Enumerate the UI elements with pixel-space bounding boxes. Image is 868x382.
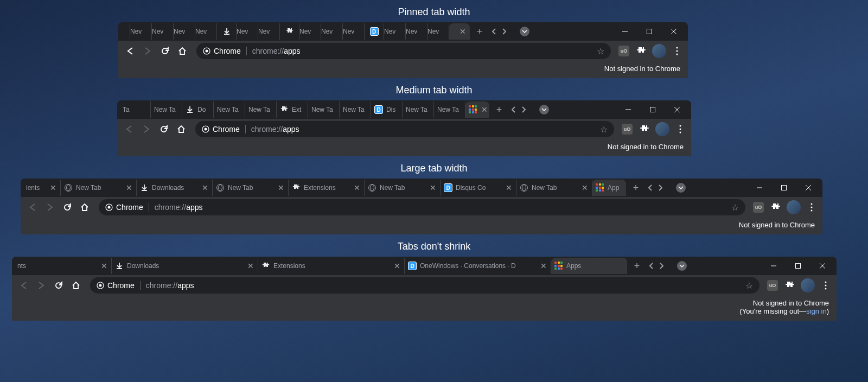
tab[interactable]: New Ta	[434, 101, 465, 118]
site-identity[interactable]: Chrome	[203, 47, 247, 55]
tab[interactable]: New Tab✕	[516, 180, 592, 196]
profile-avatar[interactable]	[787, 200, 801, 214]
tab[interactable]: Nev	[343, 23, 365, 40]
close-tab-icon[interactable]: ✕	[459, 28, 467, 35]
close-tab-icon[interactable]: ✕	[277, 184, 285, 192]
sign-in-link[interactable]: sign in	[806, 307, 827, 315]
close-tab-icon[interactable]: ✕	[481, 106, 488, 113]
bookmark-star-icon[interactable]: ☆	[745, 281, 753, 291]
close-tab-icon[interactable]: ✕	[201, 184, 209, 192]
tab[interactable]: New Ta	[214, 101, 245, 118]
back-button[interactable]	[25, 200, 40, 215]
tab[interactable]: Nev	[299, 23, 321, 40]
menu-button[interactable]	[805, 201, 818, 214]
tab[interactable]: New Ta	[151, 101, 182, 118]
back-button[interactable]	[122, 122, 137, 137]
tab-active[interactable]: Apps	[551, 258, 627, 274]
tab-list-button[interactable]	[520, 27, 529, 36]
back-button[interactable]	[123, 43, 138, 59]
bookmark-star-icon[interactable]: ☆	[597, 46, 604, 56]
new-tab-button[interactable]: +	[472, 24, 487, 39]
bookmark-star-icon[interactable]: ☆	[731, 202, 739, 213]
maximize-button[interactable]	[640, 101, 665, 118]
close-tab-icon[interactable]: ✕	[247, 262, 254, 270]
new-tab-button[interactable]: +	[629, 258, 644, 273]
tab[interactable]: New Ta	[308, 101, 340, 118]
scroll-right-button[interactable]	[655, 180, 665, 195]
close-tab-icon[interactable]: ✕	[49, 184, 57, 192]
address-bar[interactable]: Chrome chrome://apps ☆	[90, 277, 760, 294]
scroll-right-button[interactable]	[519, 102, 528, 117]
bookmark-star-icon[interactable]: ☆	[600, 124, 608, 135]
scroll-left-button[interactable]	[509, 102, 519, 117]
tab[interactable]: nts✕	[14, 258, 112, 274]
tab[interactable]: Nev	[384, 23, 406, 40]
tab[interactable]	[217, 23, 237, 40]
maximize-button[interactable]	[786, 257, 810, 275]
tab[interactable]: Downloads✕	[137, 180, 213, 196]
profile-avatar[interactable]	[655, 122, 669, 136]
scroll-right-button[interactable]	[656, 258, 666, 273]
address-bar[interactable]: Chrome chrome://apps ☆	[195, 121, 614, 137]
close-window-button[interactable]	[810, 257, 834, 275]
menu-button[interactable]	[671, 44, 684, 58]
tab[interactable]: Nev	[427, 23, 449, 40]
close-window-button[interactable]	[796, 179, 820, 196]
ublock-icon[interactable]: uO	[752, 201, 765, 214]
close-tab-icon[interactable]: ✕	[505, 184, 513, 192]
address-bar[interactable]: Chrome chrome://apps ☆	[99, 199, 745, 215]
extensions-puzzle-icon[interactable]	[783, 279, 796, 292]
tab[interactable]: DOneWindows · Conversations · D✕	[405, 258, 551, 274]
tab-list-button[interactable]	[539, 105, 549, 114]
tab-active[interactable]: App	[592, 180, 626, 196]
tab[interactable]: D	[365, 23, 384, 40]
minimize-button[interactable]	[761, 257, 786, 275]
reload-button[interactable]	[60, 200, 75, 215]
extensions-puzzle-icon[interactable]	[635, 44, 648, 58]
forward-button[interactable]	[140, 43, 155, 59]
tab[interactable]: New Tab✕	[213, 180, 289, 196]
close-tab-icon[interactable]: ✕	[393, 262, 401, 270]
minimize-button[interactable]	[612, 23, 637, 40]
maximize-button[interactable]	[771, 179, 796, 196]
tab[interactable]: Downloads✕	[112, 258, 258, 274]
close-tab-icon[interactable]: ✕	[429, 184, 437, 192]
back-button[interactable]	[16, 278, 31, 293]
forward-button[interactable]	[34, 278, 49, 293]
new-tab-button[interactable]: +	[628, 180, 643, 195]
tab[interactable]	[120, 23, 130, 40]
tab[interactable]: Ta	[119, 101, 151, 118]
reload-button[interactable]	[51, 278, 66, 293]
tab[interactable]: DDis	[371, 101, 403, 118]
close-window-button[interactable]	[661, 23, 686, 40]
address-bar[interactable]: Chrome chrome://apps ☆	[196, 43, 611, 59]
tab[interactable]: Nev	[195, 23, 217, 40]
home-button[interactable]	[68, 278, 84, 293]
scroll-left-button[interactable]	[646, 180, 655, 195]
tab[interactable]: Nev	[258, 23, 280, 40]
tab[interactable]: New Tab✕	[61, 180, 137, 196]
ublock-icon[interactable]: uO	[766, 279, 779, 292]
close-window-button[interactable]	[665, 101, 689, 118]
tab[interactable]: Nev	[237, 23, 258, 40]
tab[interactable]: ients✕	[23, 180, 61, 196]
new-tab-button[interactable]: +	[492, 102, 507, 117]
close-tab-icon[interactable]: ✕	[540, 262, 547, 270]
tab[interactable]: New Ta	[403, 101, 434, 118]
tab[interactable]: Nev	[406, 23, 427, 40]
extensions-puzzle-icon[interactable]	[638, 123, 651, 136]
tab[interactable]: Extensions✕	[289, 180, 365, 196]
tab[interactable]	[280, 23, 299, 40]
tab[interactable]: Nev	[130, 23, 152, 40]
minimize-button[interactable]	[747, 179, 771, 196]
tab[interactable]: Extensions✕	[258, 258, 405, 274]
extensions-puzzle-icon[interactable]	[769, 201, 782, 214]
scroll-left-button[interactable]	[647, 258, 656, 273]
tab[interactable]: Nev	[152, 23, 174, 40]
tab-active[interactable]: ✕	[465, 101, 489, 118]
scroll-right-button[interactable]	[499, 24, 509, 39]
reload-button[interactable]	[156, 122, 171, 137]
tab-list-button[interactable]	[676, 183, 686, 193]
menu-button[interactable]	[819, 279, 832, 292]
maximize-button[interactable]	[637, 23, 661, 40]
